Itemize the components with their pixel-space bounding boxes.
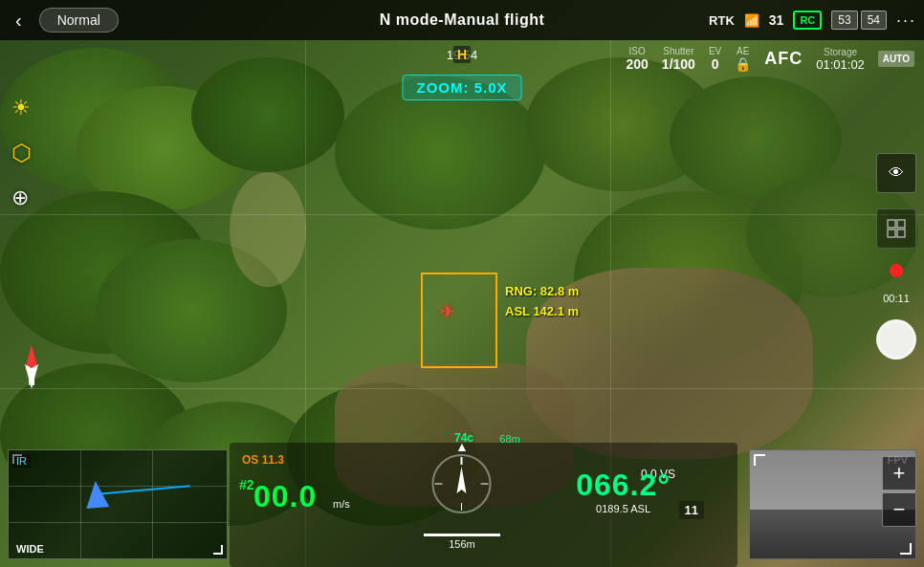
zoom-indicator: ZOOM: 5.0X (402, 75, 521, 100)
svg-marker-12 (457, 467, 467, 493)
speed-prefix: #2 (239, 477, 254, 492)
top-left-controls: ‹ Normal (8, 6, 119, 35)
signal-icon: 📶 (744, 13, 759, 28)
scale-text: 156m (449, 538, 475, 550)
corner-br (490, 360, 497, 368)
wide-label: WIDE (16, 543, 44, 555)
iso-label: ISO (626, 46, 648, 56)
waypoint-label: 74c (454, 431, 473, 445)
iso-value[interactable]: 200 (626, 56, 648, 72)
shutter-button[interactable] (876, 319, 916, 360)
heading-display: 066.2° 0189.5 ASL (576, 468, 671, 514)
heading-asl: 0189.5 ASL (576, 503, 671, 514)
ae-lock-icon[interactable]: 🔒 (735, 56, 751, 72)
fpv-corner-tl (754, 454, 765, 466)
storage-group: Storage 01:01:02 (816, 47, 865, 72)
fpv-zoom-plus[interactable]: + (882, 456, 916, 491)
home-marker: H (453, 46, 471, 63)
range-label: RNG: 82.8 m (505, 282, 579, 302)
home-waypoint-icon[interactable]: ⬡ (11, 140, 32, 166)
north-indicator: N (17, 343, 46, 395)
distance-label: 68m (499, 433, 519, 445)
more-button[interactable]: ··· (896, 11, 916, 31)
iso-param: ISO 200 (626, 46, 648, 72)
shutter-label: Shutter (662, 46, 695, 56)
svg-rect-5 (888, 229, 895, 237)
battery-group: 53 54 (831, 11, 887, 30)
top-right-controls: RTK 📶 31 RC 53 54 ··· (709, 11, 916, 31)
scale-line (424, 534, 500, 536)
fpv-zoom-minus[interactable]: − (882, 492, 916, 527)
eye-icon-box[interactable]: 👁 (876, 153, 916, 193)
crosshair-icon[interactable]: ⊕ (11, 185, 32, 210)
flight-mode-title: N mode-Manual flight (380, 11, 545, 29)
mode-pill[interactable]: Normal (39, 8, 119, 33)
auto-badge[interactable]: AUTO (878, 51, 914, 67)
svg-rect-3 (888, 220, 895, 228)
right-controls: 👁 00:11 (876, 153, 916, 360)
compass-area (431, 453, 494, 519)
target-info: RNG: 82.8 m ASL 142.1 m (505, 282, 579, 322)
storage-value: 01:01:02 (816, 57, 865, 72)
camera-settings-bar: ISO 200 Shutter 1/100 EV 0 AE 🔒 AFC Stor… (626, 46, 914, 72)
ae-label: AE (735, 46, 751, 56)
storage-label: Storage (816, 47, 865, 57)
left-controls: ☀ ⬡ ⊕ (11, 96, 32, 210)
svg-text:N: N (28, 377, 34, 387)
ev-value[interactable]: 0 (709, 56, 721, 72)
battery-cell-1: 53 (831, 11, 857, 30)
ir-label: IR (12, 454, 31, 468)
grid-icon-box[interactable] (876, 208, 916, 249)
afc-badge[interactable]: AFC (764, 49, 803, 69)
ev-param: EV 0 (709, 46, 721, 72)
corner-bl (421, 360, 429, 368)
back-button[interactable]: ‹ (8, 6, 30, 35)
shutter-param: Shutter 1/100 (662, 46, 695, 72)
sun-icon[interactable]: ☀ (11, 96, 32, 120)
ae-param: AE 🔒 (735, 46, 751, 72)
record-timer: 00:11 (883, 293, 910, 304)
corner-tl (421, 273, 429, 280)
target-tracking-box (421, 273, 497, 368)
asl-label: ASL 142.1 m (505, 302, 579, 322)
rc-badge: RC (793, 11, 822, 30)
top-bar: ‹ Normal N mode-Manual flight RTK 📶 31 R… (0, 0, 924, 40)
record-indicator (890, 264, 903, 277)
shutter-value[interactable]: 1/100 (662, 56, 695, 72)
rtk-badge: RTK (709, 13, 735, 28)
svg-rect-6 (897, 229, 905, 237)
battery-cell-2: 54 (861, 11, 887, 30)
fpv-corner-br (900, 543, 912, 555)
ev-label: EV (709, 46, 721, 56)
speed-unit: m/s (333, 498, 350, 510)
scale-bar: 156m (424, 534, 500, 550)
corner-tr (490, 273, 497, 280)
speed-main-value: 00.0 (253, 479, 317, 514)
speed-orange-label: OS 11.3 (242, 453, 284, 467)
mini-map[interactable]: IR WIDE (8, 449, 228, 559)
svg-rect-4 (897, 220, 905, 228)
altitude-tape: 11 (679, 501, 704, 519)
heading-degrees: 066.2° (576, 468, 671, 503)
signal-count: 31 (769, 12, 784, 28)
